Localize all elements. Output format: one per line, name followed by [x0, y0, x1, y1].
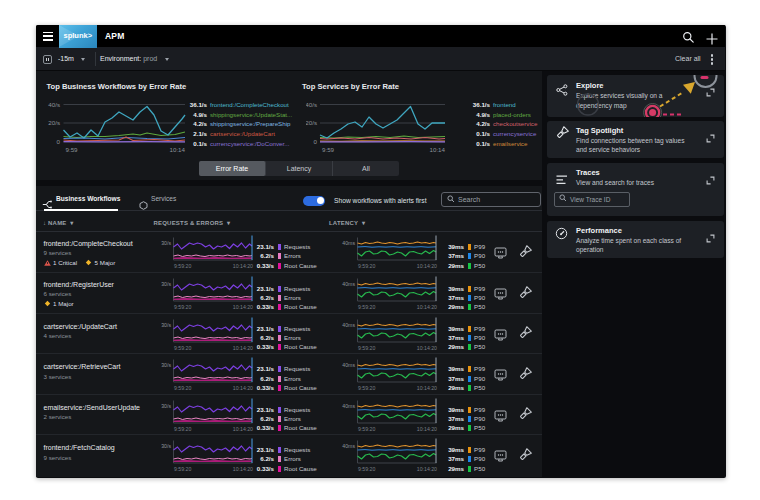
svg-text:20/s: 20/s: [48, 119, 60, 126]
svg-text:40ms: 40ms: [342, 321, 355, 327]
svg-text:40/s: 40/s: [306, 101, 317, 108]
svg-text:30/s: 30/s: [161, 321, 171, 327]
svg-text:9:59:20: 9:59:20: [358, 344, 375, 350]
svg-text:9:59:20: 9:59:20: [174, 466, 191, 472]
svg-text:9:59:20: 9:59:20: [358, 425, 375, 431]
svg-text:9:59: 9:59: [66, 146, 79, 153]
svg-text:30/s: 30/s: [161, 402, 171, 408]
svg-text:10:14: 10:14: [430, 146, 446, 153]
svg-text:40ms: 40ms: [342, 362, 355, 368]
svg-text:9:59:20: 9:59:20: [358, 263, 375, 269]
svg-text:9:59:20: 9:59:20: [358, 385, 375, 391]
svg-text:0: 0: [314, 138, 318, 145]
svg-text:9:59:20: 9:59:20: [174, 385, 191, 391]
svg-text:9:59:20: 9:59:20: [174, 263, 191, 269]
svg-text:9:59:20: 9:59:20: [358, 304, 375, 310]
svg-text:9:59: 9:59: [322, 146, 335, 153]
svg-text:30/s: 30/s: [161, 281, 171, 287]
svg-text:30/s: 30/s: [161, 240, 171, 246]
svg-text:40ms: 40ms: [342, 402, 355, 408]
svg-text:9:59:20: 9:59:20: [174, 304, 191, 310]
svg-text:40/s: 40/s: [48, 101, 60, 108]
svg-text:9:59:20: 9:59:20: [358, 466, 375, 472]
svg-text:30/s: 30/s: [161, 362, 171, 368]
svg-text:0: 0: [57, 138, 61, 145]
svg-text:9:59:20: 9:59:20: [174, 425, 191, 431]
svg-text:9:59:20: 9:59:20: [174, 344, 191, 350]
svg-text:20/s: 20/s: [306, 119, 317, 126]
svg-text:30/s: 30/s: [161, 443, 171, 449]
svg-text:40ms: 40ms: [342, 281, 355, 287]
svg-text:40ms: 40ms: [342, 240, 355, 246]
svg-text:40ms: 40ms: [342, 443, 355, 449]
